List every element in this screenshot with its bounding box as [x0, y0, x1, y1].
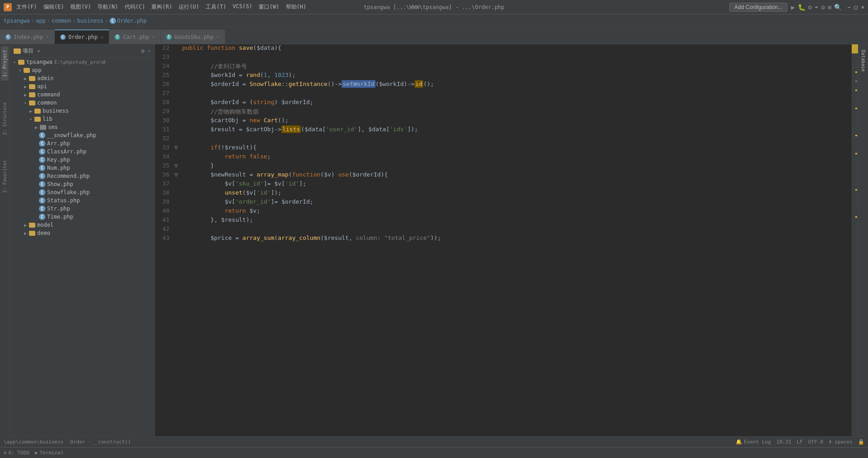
- fold-gutter[interactable]: ▽: [173, 144, 179, 153]
- todo-label: 6: TODO: [9, 450, 29, 456]
- maximize-button[interactable]: □: [854, 4, 858, 10]
- code-line-34: 34 return false;: [155, 153, 852, 162]
- menu-tools[interactable]: 工具(T): [206, 3, 227, 11]
- tab-goodssku-php[interactable]: C GoodsSku.php ×: [161, 29, 225, 44]
- tree-item-lib[interactable]: ▾ lib: [10, 115, 154, 123]
- tree-item-show[interactable]: C Show.php: [10, 180, 154, 188]
- breadcrumb-file[interactable]: Order.php: [117, 18, 147, 24]
- run-icon[interactable]: ▶: [791, 4, 795, 11]
- fold-gutter[interactable]: [173, 53, 179, 62]
- tree-item-api[interactable]: ▶ api: [10, 82, 154, 91]
- tree-item-snowflake-private[interactable]: C __snowflake.php: [10, 131, 154, 139]
- fold-gutter[interactable]: [173, 72, 179, 81]
- menu-window[interactable]: 窗口(W): [259, 3, 280, 11]
- status-path: \app\common\business: [4, 439, 63, 445]
- fold-gutter[interactable]: ▽: [173, 171, 179, 180]
- fold-gutter[interactable]: [173, 189, 179, 198]
- tab-close-button[interactable]: ×: [152, 34, 155, 40]
- fold-gutter[interactable]: [173, 117, 179, 126]
- tree-item-tpsangwa[interactable]: ▾ tpsangwa E:\phpstudy_pro\W: [10, 58, 154, 66]
- breadcrumb-business[interactable]: business: [77, 18, 104, 24]
- tree-item-sms[interactable]: ▶ sms: [10, 123, 154, 131]
- fold-gutter[interactable]: [173, 135, 179, 144]
- fold-gutter[interactable]: [173, 108, 179, 117]
- tree-item-num[interactable]: C Num.php: [10, 164, 154, 172]
- fold-gutter[interactable]: [173, 180, 179, 189]
- tree-item-status[interactable]: C Status.php: [10, 196, 154, 205]
- tab-order-php[interactable]: C Order.php ×: [55, 29, 110, 44]
- fold-gutter[interactable]: [173, 153, 179, 162]
- profile-icon[interactable]: ⚙: [808, 4, 812, 11]
- minimize-button[interactable]: −: [847, 4, 850, 10]
- fold-gutter[interactable]: [173, 225, 179, 234]
- menu-code[interactable]: 代码(C): [125, 3, 145, 11]
- tree-item-key[interactable]: C Key.php: [10, 156, 154, 164]
- collapse-icon[interactable]: −: [147, 48, 151, 54]
- breadcrumb-root[interactable]: tpsangwa: [4, 18, 30, 24]
- breadcrumb-app[interactable]: app: [36, 18, 46, 24]
- code-content: return $v;: [179, 207, 852, 216]
- code-editor[interactable]: 22 public function save($data){ 23 24 //…: [155, 44, 852, 436]
- menu-bar[interactable]: 文件(F) 编辑(E) 视图(V) 导航(N) 代码(C) 重构(R) 运行(U…: [16, 3, 306, 11]
- fold-gutter[interactable]: [173, 198, 179, 207]
- debug-icon[interactable]: 🐛: [798, 4, 805, 11]
- tree-item-time[interactable]: C Time.php: [10, 213, 154, 221]
- menu-refactor[interactable]: 重构(R): [151, 3, 172, 11]
- event-log-link[interactable]: 🔔Event Log: [736, 439, 771, 445]
- tab-close-button[interactable]: ×: [46, 34, 49, 40]
- breadcrumb-common[interactable]: common: [52, 18, 71, 24]
- menu-help[interactable]: 帮助(H): [286, 3, 307, 11]
- charset-display[interactable]: UTF-8: [808, 439, 823, 445]
- sidebar-tab-structure[interactable]: Z: Structure: [1, 99, 9, 138]
- menu-vcs[interactable]: VCS(S): [233, 3, 252, 11]
- fold-gutter[interactable]: [173, 126, 179, 135]
- settings-gear-icon[interactable]: ⚙: [141, 48, 145, 54]
- sidebar-tab-project[interactable]: 1: Project: [1, 46, 9, 81]
- fold-gutter[interactable]: ▽: [173, 162, 179, 171]
- tree-item-demo[interactable]: ▶ demo: [10, 229, 154, 237]
- tree-item-arr[interactable]: C Arr.php: [10, 139, 154, 148]
- settings-icon[interactable]: ⚙: [821, 4, 825, 11]
- tree-item-app[interactable]: ▾ app: [10, 66, 154, 74]
- sidebar-tab-database[interactable]: Database: [859, 46, 867, 75]
- tree-item-command[interactable]: ▶ command: [10, 91, 154, 99]
- tab-index-php[interactable]: C Index.php ×: [0, 29, 55, 44]
- menu-view[interactable]: 视图(V): [70, 3, 91, 11]
- tree-item-snowflake[interactable]: C Snowflake.php: [10, 188, 154, 196]
- fold-gutter[interactable]: [173, 44, 179, 53]
- menu-file[interactable]: 文件(F): [16, 3, 37, 11]
- add-configuration-button[interactable]: Add Configuration...: [729, 3, 787, 12]
- fold-gutter[interactable]: [173, 81, 179, 90]
- fold-gutter[interactable]: [173, 99, 179, 108]
- bottom-tab-todo[interactable]: ≡ 6: TODO: [4, 450, 29, 456]
- tree-item-model[interactable]: ▶ model: [10, 221, 154, 229]
- search-icon[interactable]: 🔍: [834, 4, 842, 11]
- close-button[interactable]: ×: [861, 4, 864, 10]
- fold-gutter[interactable]: [173, 90, 179, 99]
- menu-edit[interactable]: 编辑(E): [43, 3, 64, 11]
- layout-icon[interactable]: ⊞: [828, 4, 831, 11]
- indent-display[interactable]: 4 spaces: [829, 439, 853, 445]
- tree-item-admin[interactable]: ▶ admin: [10, 74, 154, 82]
- menu-run[interactable]: 运行(U): [178, 3, 199, 11]
- tree-item-business[interactable]: ▶ business: [10, 107, 154, 115]
- fold-gutter[interactable]: [173, 207, 179, 216]
- tree-item-classarr[interactable]: C ClassArr.php: [10, 148, 154, 156]
- tree-item-recommend[interactable]: C Recommend.php: [10, 172, 154, 180]
- menu-navigate[interactable]: 导航(N): [97, 3, 118, 11]
- bottom-tab-terminal[interactable]: ▶ Terminal: [35, 450, 64, 456]
- coverage-icon[interactable]: ☂: [815, 4, 818, 11]
- sidebar-tab-favorites[interactable]: 2: Favorites: [1, 157, 9, 196]
- line-ending-display[interactable]: LF: [797, 439, 803, 445]
- tab-close-button[interactable]: ×: [101, 34, 104, 40]
- editor-content[interactable]: 22 public function save($data){ 23 24 //…: [155, 44, 858, 436]
- tree-item-str[interactable]: C Str.php: [10, 205, 154, 213]
- tab-close-button[interactable]: ×: [216, 34, 219, 40]
- fold-gutter[interactable]: [173, 216, 179, 225]
- tree-item-common[interactable]: ▾ common: [10, 99, 154, 107]
- code-line-42: 42: [155, 225, 852, 234]
- fold-gutter[interactable]: [173, 234, 179, 243]
- fold-gutter[interactable]: [173, 62, 179, 72]
- project-dropdown[interactable]: ▾: [37, 48, 40, 54]
- tab-cart-php[interactable]: C Cart.php ×: [109, 29, 160, 44]
